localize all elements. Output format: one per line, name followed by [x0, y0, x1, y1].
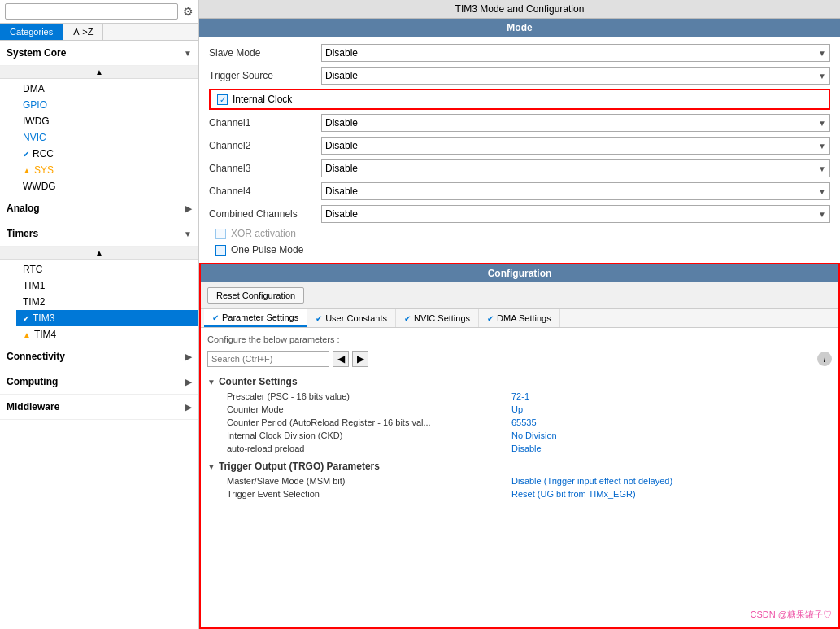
slave-mode-label: Slave Mode	[209, 47, 315, 59]
config-title-bar: Configuration	[201, 264, 838, 282]
combined-channels-row: Combined Channels Disable ▼	[209, 203, 830, 225]
trgo-params-header[interactable]: ▼ Trigger Output (TRGO) Parameters	[207, 458, 832, 474]
param-name-counter-mode: Counter Mode	[227, 404, 511, 414]
param-search-row: ◀ ▶ i	[207, 347, 832, 370]
channel4-row: Channel4 Disable ▼	[209, 180, 830, 203]
param-name-msm: Master/Slave Mode (MSM bit)	[227, 476, 511, 486]
chevron-right-icon-computing: ▶	[185, 378, 192, 387]
config-description: Configure the below parameters :	[207, 331, 832, 347]
trigger-source-label: Trigger Source	[209, 70, 315, 81]
system-core-items: DMA GPIO IWDG NVIC ✔RCC ▲SYS WWDG	[0, 79, 198, 196]
tab-bar: Categories A->Z	[0, 24, 198, 41]
param-row-msm: Master/Slave Mode (MSM bit) Disable (Tri…	[207, 474, 832, 487]
param-value-msm: Disable (Trigger input effect not delaye…	[511, 476, 672, 486]
combined-channels-select[interactable]: Disable ▼	[321, 205, 830, 223]
trgo-params-group: ▼ Trigger Output (TRGO) Parameters Maste…	[207, 458, 832, 500]
search-bar: ⚙	[0, 0, 198, 24]
section-middleware[interactable]: Middleware ▶	[0, 395, 198, 420]
sidebar-item-sys[interactable]: ▲SYS	[16, 162, 198, 178]
sidebar-item-iwdg[interactable]: IWDG	[16, 113, 198, 129]
search-prev-button[interactable]: ◀	[333, 351, 349, 367]
chevron-down-icon-timers: ▼	[184, 229, 192, 238]
param-row-autoreload: auto-reload preload Disable	[207, 442, 832, 455]
section-connectivity[interactable]: Connectivity ▶	[0, 344, 198, 369]
right-panel: TIM3 Mode and Configuration Mode Slave M…	[199, 0, 840, 629]
search-input[interactable]	[5, 3, 178, 20]
param-search-input[interactable]	[207, 351, 329, 367]
xor-checkbox	[215, 229, 226, 239]
info-icon[interactable]: i	[817, 352, 832, 366]
chevron-down-icon-ch2: ▼	[818, 142, 826, 151]
one-pulse-checkbox[interactable]	[215, 245, 226, 256]
param-row-counter-mode: Counter Mode Up	[207, 403, 832, 416]
config-section: Configuration Reset Configuration ✔ Para…	[199, 263, 840, 629]
counter-settings-header[interactable]: ▼ Counter Settings	[207, 373, 832, 390]
channel4-label: Channel4	[209, 186, 315, 197]
toggle-icon-counter: ▼	[207, 378, 215, 387]
param-name-counter-period: Counter Period (AutoReload Register - 16…	[227, 417, 511, 427]
channel2-select[interactable]: Disable ▼	[321, 137, 830, 155]
internal-clock-checkbox[interactable]	[217, 94, 228, 105]
channel3-row: Channel3 Disable ▼	[209, 157, 830, 180]
sidebar-item-nvic[interactable]: NVIC	[16, 129, 198, 146]
tab-categories[interactable]: Categories	[0, 24, 63, 40]
tab-nvic-settings[interactable]: ✔ NVIC Settings	[396, 309, 479, 327]
tab-az[interactable]: A->Z	[63, 24, 103, 40]
param-name-trigger-event: Trigger Event Selection	[227, 489, 511, 499]
channel3-select[interactable]: Disable ▼	[321, 159, 830, 177]
left-panel: ⚙ Categories A->Z System Core ▼ ▲ DMA GP…	[0, 0, 199, 629]
check-icon-dma: ✔	[487, 314, 494, 323]
channel1-select[interactable]: Disable ▼	[321, 114, 830, 132]
slave-mode-row: Slave Mode Disable ▼	[209, 41, 830, 64]
config-toolbar: Reset Configuration	[201, 282, 838, 309]
section-timers[interactable]: Timers ▼	[0, 221, 198, 247]
config-tabs: ✔ Parameter Settings ✔ User Constants ✔ …	[201, 309, 838, 328]
sidebar-item-rcc[interactable]: ✔RCC	[16, 146, 198, 162]
sidebar-item-tim3[interactable]: ✔TIM3	[16, 310, 198, 326]
scroll-up-button[interactable]: ▲	[0, 66, 198, 79]
one-pulse-mode-row: One Pulse Mode	[209, 242, 830, 258]
window-title: TIM3 Mode and Configuration	[199, 0, 840, 19]
trigger-source-select[interactable]: Disable ▼	[321, 67, 830, 85]
section-computing[interactable]: Computing ▶	[0, 369, 198, 395]
param-row-clock-division: Internal Clock Division (CKD) No Divisio…	[207, 429, 832, 442]
internal-clock-label: Internal Clock	[233, 94, 292, 105]
tab-parameter-settings[interactable]: ✔ Parameter Settings	[204, 309, 307, 327]
sidebar-item-gpio[interactable]: GPIO	[16, 97, 198, 113]
sidebar-item-rtc[interactable]: RTC	[16, 261, 198, 277]
warn-icon-tim4: ▲	[23, 330, 31, 339]
channel1-label: Channel1	[209, 117, 315, 129]
trigger-source-row: Trigger Source Disable ▼	[209, 64, 830, 87]
param-value-trigger-event: Reset (UG bit from TIMx_EGR)	[511, 489, 636, 499]
reset-configuration-button[interactable]: Reset Configuration	[207, 287, 304, 304]
sidebar-item-wwdg[interactable]: WWDG	[16, 178, 198, 194]
gear-icon[interactable]: ⚙	[183, 5, 194, 18]
tab-dma-settings[interactable]: ✔ DMA Settings	[479, 309, 560, 327]
sidebar-item-tim2[interactable]: TIM2	[16, 294, 198, 310]
slave-mode-select[interactable]: Disable ▼	[321, 44, 830, 62]
internal-clock-row: Internal Clock	[209, 89, 830, 110]
chevron-down-icon-trigger: ▼	[818, 72, 826, 81]
scroll-up-button-timers[interactable]: ▲	[0, 247, 198, 260]
sidebar-item-tim1[interactable]: TIM1	[16, 277, 198, 294]
chevron-down-icon: ▼	[184, 49, 192, 58]
one-pulse-label: One Pulse Mode	[231, 244, 303, 256]
sidebar-item-dma[interactable]: DMA	[16, 81, 198, 97]
section-analog[interactable]: Analog ▶	[0, 196, 198, 221]
param-row-counter-period: Counter Period (AutoReload Register - 16…	[207, 416, 832, 429]
section-system-core[interactable]: System Core ▼	[0, 41, 198, 66]
mode-content: Slave Mode Disable ▼ Trigger Source Disa…	[199, 37, 840, 263]
left-content: System Core ▼ ▲ DMA GPIO IWDG NVIC ✔RCC …	[0, 41, 198, 629]
watermark: CSDN @糖果罐子♡	[751, 609, 832, 621]
channel4-select[interactable]: Disable ▼	[321, 182, 830, 200]
sidebar-item-tim4[interactable]: ▲TIM4	[16, 326, 198, 343]
chevron-right-icon-analog: ▶	[185, 204, 192, 213]
xor-activation-row: XOR activation	[209, 225, 830, 242]
toggle-icon-trgo: ▼	[207, 462, 215, 471]
search-next-button[interactable]: ▶	[352, 351, 368, 367]
check-icon-param: ✔	[212, 313, 219, 322]
param-row-trigger-event: Trigger Event Selection Reset (UG bit fr…	[207, 487, 832, 500]
check-icon-rcc: ✔	[23, 150, 29, 159]
param-value-autoreload: Disable	[511, 443, 542, 453]
tab-user-constants[interactable]: ✔ User Constants	[307, 309, 396, 327]
